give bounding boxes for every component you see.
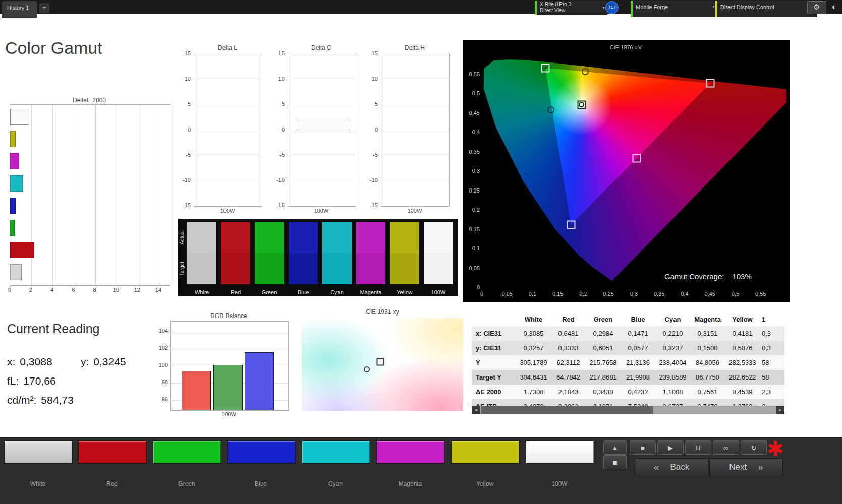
display-control-dropdown[interactable]: Direct Display Control ▼ <box>715 1 817 17</box>
axis-tick-label: -10 <box>364 177 378 183</box>
marker-magenta <box>632 154 641 162</box>
axis-tick-label: 98 <box>151 379 168 385</box>
axis-label: 100W <box>194 208 261 214</box>
table-header-cell: Blue <box>621 316 655 323</box>
patch-button-yellow[interactable] <box>451 440 520 464</box>
settings-button[interactable]: ⚙ <box>807 1 826 14</box>
swatch-target <box>390 253 419 284</box>
table-cell: 0,2984 <box>586 330 621 337</box>
abort-icon[interactable]: ✱ <box>767 437 784 460</box>
axis-tick-label: 0,05 <box>498 291 516 297</box>
axis-label: 100W <box>288 208 355 214</box>
pattern-icon: H <box>696 444 700 452</box>
gridline <box>381 181 449 181</box>
axis-tick-label: 5 <box>270 101 285 107</box>
axis-tick-label: 0,2 <box>574 291 592 297</box>
patch-label: Blue <box>227 480 295 487</box>
theme-toggle-button[interactable]: ◐ <box>828 1 840 13</box>
table-cell: 58 <box>760 359 784 366</box>
deltae-chart-title: DeltaE 2000 <box>10 97 169 104</box>
deltae-bar-green <box>10 220 15 236</box>
patch-button-cyan[interactable] <box>302 440 370 464</box>
table-cell: 0,4181 <box>725 330 760 337</box>
row-label-target: Target <box>179 254 186 283</box>
reading-cd-label: cd/m²: <box>7 394 36 406</box>
deltae-chart <box>10 104 170 286</box>
swatch-label: Blue <box>289 289 318 295</box>
tab-history-1[interactable]: History 1 <box>2 1 37 18</box>
table-cell: 0,0577 <box>621 344 655 352</box>
table-header-cell: Magenta <box>690 316 725 323</box>
swatch-actual <box>356 222 385 253</box>
next-button[interactable]: Next » <box>709 458 783 476</box>
top-bar: History 1 + X-Rite i1Pro 3 Direct View ▼… <box>0 0 842 14</box>
gamut-coverage-label: Gamut Coverage: <box>664 272 724 281</box>
window-button[interactable]: ◼ <box>603 455 627 469</box>
table-cell: 0,3151 <box>690 330 725 337</box>
scroll-track[interactable] <box>480 406 776 414</box>
patch-button-white[interactable] <box>4 440 73 464</box>
axis-tick-label: -10 <box>177 177 191 183</box>
play-button[interactable]: ▶ <box>657 440 684 455</box>
axis-tick-label: 0,45 <box>701 291 719 297</box>
table-header-cell: Green <box>586 316 621 323</box>
patch-button-blue[interactable] <box>227 440 296 464</box>
reading-x-value: 0,3088 <box>20 356 52 368</box>
swatch-label: Green <box>255 289 284 295</box>
deltae-bar-magenta <box>10 153 19 169</box>
swatch-label: 100W <box>424 289 453 295</box>
marker-inner-circle <box>579 102 584 107</box>
cie-1976-title: CIE 1976 u'v' <box>463 44 790 50</box>
axis-tick-label: 0,1 <box>464 245 480 251</box>
swatch-white: White <box>187 222 216 284</box>
refresh-button[interactable]: ↻ <box>741 440 767 455</box>
deltae-gridline <box>159 105 159 285</box>
deltae-gridline <box>31 105 32 285</box>
table-cell: 0,3333 <box>551 344 586 352</box>
table-header-cell: Cyan <box>655 316 690 323</box>
table-cell: 0,1471 <box>621 330 655 337</box>
table-cell: 2,3 <box>760 388 784 396</box>
reading-x-label: x: <box>7 356 15 368</box>
table-row-label: x: CIE31 <box>472 330 516 337</box>
deltae-gridline <box>95 105 96 285</box>
patch-button-100w[interactable] <box>526 440 594 464</box>
gridline <box>194 131 262 131</box>
axis-tick-label: 14 <box>152 287 164 293</box>
scroll-right-button[interactable]: ► <box>776 406 784 414</box>
table-cell: 217,8681 <box>586 373 621 381</box>
patch-button-red[interactable] <box>78 440 147 464</box>
scroll-thumb[interactable] <box>481 406 653 414</box>
deltae-bar-yellow <box>10 131 16 147</box>
pattern-button[interactable]: H <box>685 440 711 455</box>
table-cell: 84,8056 <box>690 359 725 366</box>
chevron-left-icon: « <box>654 462 659 473</box>
collapse-button[interactable]: ▲ <box>603 440 627 455</box>
add-tab-button[interactable]: + <box>39 3 49 13</box>
table-cell: 215,7658 <box>586 359 621 366</box>
loop-button[interactable]: ∞ <box>713 440 739 455</box>
table-cell: 21,9908 <box>621 373 655 381</box>
gridline <box>194 156 262 156</box>
patch-button-magenta[interactable] <box>376 440 445 464</box>
deltae-gridline <box>117 105 117 285</box>
axis-tick-label: 0,35 <box>650 291 668 297</box>
table-row: ΔE ITP2,40700,38622,13717,53482,67373,74… <box>472 399 784 406</box>
swatch-red: Red <box>221 222 250 284</box>
source-dropdown[interactable]: Mobile Forge ▼ <box>631 1 717 17</box>
scroll-left-button[interactable]: ◄ <box>472 406 480 414</box>
axis-tick-label: 0,15 <box>464 226 480 232</box>
meter-mode: Direct View <box>540 8 597 14</box>
table-row: x: CIE310,30850,64810,29840,14710,22100,… <box>472 326 784 341</box>
bottom-bar: ✱ « Back Next » WhiteRedGreenBlueCyanMag… <box>0 437 842 504</box>
refresh-icon: ↻ <box>751 444 757 452</box>
table-horizontal-scrollbar[interactable]: ◄ ► <box>472 406 784 414</box>
chevron-down-icon: ▼ <box>712 5 715 9</box>
back-button[interactable]: « Back <box>635 458 708 476</box>
axis-tick-label: 0,55 <box>752 291 770 297</box>
meter-dropdown[interactable]: X-Rite i1Pro 3 Direct View ▼ <box>535 1 607 15</box>
stop-button[interactable]: ■ <box>630 440 656 455</box>
marker-cyan <box>547 106 554 113</box>
patch-button-green[interactable] <box>153 440 221 464</box>
gridline <box>194 105 262 105</box>
